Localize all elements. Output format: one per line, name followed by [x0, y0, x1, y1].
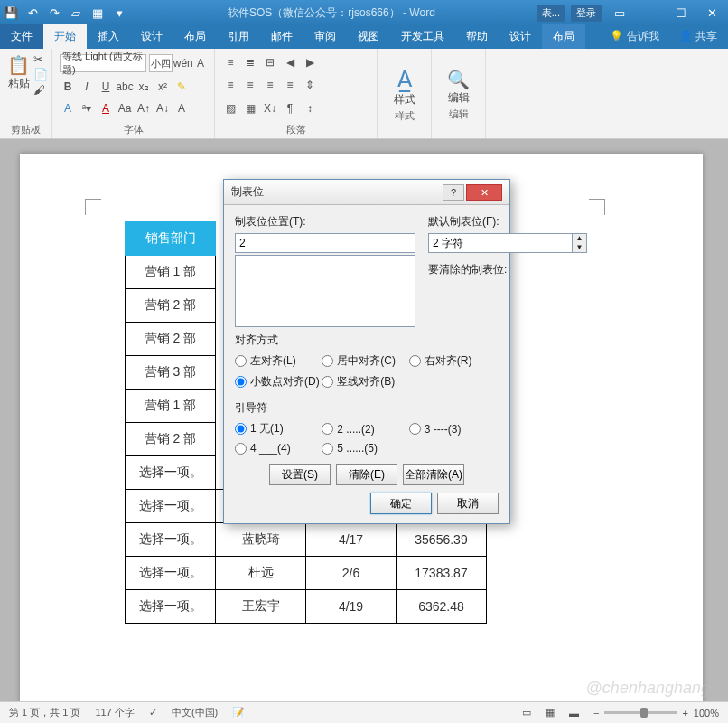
table-cell[interactable]: 营销 2 部	[126, 289, 216, 323]
asian-layout-icon[interactable]: ↕	[302, 101, 318, 116]
font-color-icon[interactable]: A	[98, 100, 114, 117]
subscript-icon[interactable]: x₂	[135, 79, 152, 95]
leader-5-radio[interactable]: 5 ......(5)	[322, 442, 408, 455]
styles-icon[interactable]: A̲	[397, 67, 412, 92]
shrink-font-icon[interactable]: A↓	[154, 100, 171, 117]
save-icon[interactable]: 💾	[4, 5, 18, 20]
ok-button[interactable]: 确定	[370, 493, 432, 514]
leader-4-radio[interactable]: 4 ___(4)	[235, 442, 322, 455]
shading-icon[interactable]: ▨	[222, 101, 238, 116]
zoom-in-icon[interactable]: +	[682, 708, 687, 718]
tell-me[interactable]: 💡 告诉我	[601, 24, 667, 49]
char-border-icon[interactable]: A	[173, 100, 190, 117]
language[interactable]: 中文(中国)	[172, 706, 218, 719]
tab-view[interactable]: 视图	[347, 24, 390, 49]
share-button[interactable]: 👤 共享	[668, 24, 728, 49]
close-icon[interactable]: ✕	[699, 6, 724, 20]
tab-design[interactable]: 设计	[130, 24, 173, 49]
view-print-icon[interactable]: ▦	[546, 707, 555, 718]
table-cell[interactable]: 营销 2 部	[126, 323, 216, 356]
table-cell[interactable]: 6362.48	[397, 590, 487, 624]
view-read-icon[interactable]: ▭	[522, 707, 531, 718]
tab-insert[interactable]: 插入	[87, 24, 130, 49]
table-cell[interactable]: 蓝晓琦	[216, 523, 306, 557]
font-name-select[interactable]: 等线 Light (西文标题)	[60, 54, 146, 72]
word-count[interactable]: 117 个字	[95, 706, 134, 719]
align-center-radio[interactable]: 居中对齐(C)	[322, 353, 408, 369]
tab-home[interactable]: 开始	[43, 24, 87, 49]
tab-developer[interactable]: 开发工具	[390, 24, 455, 49]
align-left-radio[interactable]: 左对齐(L)	[235, 353, 322, 369]
table-cell[interactable]: 选择一项。	[126, 523, 216, 557]
multilevel-icon[interactable]: ⊟	[262, 55, 278, 70]
view-web-icon[interactable]: ▬	[569, 708, 579, 718]
tab-layout[interactable]: 布局	[173, 24, 217, 49]
zoom-slider[interactable]	[604, 711, 677, 714]
line-spacing-icon[interactable]: ⇕	[302, 78, 318, 92]
qa-icon[interactable]: ▦	[90, 5, 105, 20]
align-bar-radio[interactable]: 竖线对齐(B)	[322, 374, 408, 390]
maximize-icon[interactable]: ☐	[668, 6, 694, 20]
align-decimal-radio[interactable]: 小数点对齐(D)	[235, 374, 322, 390]
table-cell[interactable]: 选择一项。	[126, 590, 216, 624]
table-cell[interactable]: 选择一项。	[126, 490, 216, 523]
help-icon[interactable]: ?	[443, 184, 464, 201]
set-button[interactable]: 设置(S)	[269, 464, 331, 485]
dialog-titlebar[interactable]: 制表位 ? ✕	[224, 180, 509, 205]
redo-icon[interactable]: ↷	[47, 5, 61, 20]
clear-button[interactable]: 清除(E)	[336, 464, 397, 485]
edit-button[interactable]: 编辑	[448, 90, 470, 106]
align-center-icon[interactable]: ≡	[242, 78, 258, 92]
highlight-icon[interactable]: ✎	[173, 79, 190, 95]
underline-icon[interactable]: U	[98, 79, 114, 95]
ribbon-options-icon[interactable]: ▭	[607, 6, 632, 20]
text-effects-icon[interactable]: A	[60, 100, 76, 117]
format-painter-icon[interactable]: 🖌	[33, 83, 48, 97]
numbering-icon[interactable]: ≣	[242, 55, 258, 70]
cut-icon[interactable]: ✂	[33, 52, 48, 66]
clear-all-button[interactable]: 全部清除(A)	[403, 464, 464, 485]
table-cell[interactable]: 4/17	[306, 523, 397, 557]
italic-icon[interactable]: I	[79, 79, 95, 95]
tab-position-list[interactable]	[235, 255, 415, 327]
font-size-select[interactable]: 小四	[149, 54, 173, 72]
tab-file[interactable]: 文件	[0, 24, 43, 49]
shrink-font-icon[interactable]: wén	[175, 55, 191, 71]
table-cell[interactable]: 营销 1 部	[126, 256, 216, 289]
leader-2-radio[interactable]: 2 .....(2)	[322, 421, 408, 437]
page-count[interactable]: 第 1 页，共 1 页	[9, 706, 80, 719]
table-cell[interactable]: 17383.87	[397, 557, 487, 590]
strikethrough-icon[interactable]: abc	[117, 79, 133, 95]
table-cell[interactable]: 选择一项。	[126, 557, 216, 590]
undo-icon[interactable]: ↶	[25, 5, 40, 20]
table-cell[interactable]: 王宏宇	[216, 590, 306, 624]
borders-icon[interactable]: ▦	[242, 101, 258, 116]
increase-indent-icon[interactable]: ▶	[302, 55, 318, 70]
tab-table-design[interactable]: 设计	[499, 24, 542, 49]
tab-position-input[interactable]	[235, 233, 415, 253]
table-cell[interactable]: 35656.39	[397, 523, 487, 557]
styles-button[interactable]: 样式	[394, 92, 415, 108]
leader-3-radio[interactable]: 3 ----(3)	[409, 421, 496, 437]
proofing-icon[interactable]: ✓	[149, 707, 157, 718]
tab-help[interactable]: 帮助	[455, 24, 499, 49]
table-header[interactable]: 销售部门	[126, 222, 216, 256]
qa-icon[interactable]: ▱	[69, 5, 83, 20]
zoom-control[interactable]: − + 100%	[593, 708, 719, 718]
justify-icon[interactable]: ≡	[282, 78, 298, 92]
close-icon[interactable]: ✕	[466, 184, 502, 201]
highlight-color-icon[interactable]: ª▾	[79, 100, 95, 117]
align-right-icon[interactable]: ≡	[262, 78, 278, 92]
table-cell[interactable]: 营销 2 部	[126, 423, 216, 456]
default-tab-input[interactable]	[428, 233, 573, 253]
table-cell[interactable]: 2/6	[306, 557, 397, 590]
tab-references[interactable]: 引用	[217, 24, 260, 49]
tab-table-layout[interactable]: 布局	[542, 24, 585, 49]
clear-format-icon[interactable]: A	[194, 55, 207, 71]
copy-icon[interactable]: 📄	[33, 68, 48, 81]
grow-font-icon[interactable]: A↑	[135, 100, 152, 117]
login-button[interactable]: 登录	[571, 5, 602, 22]
table-cell[interactable]: 选择一项。	[126, 456, 216, 490]
cancel-button[interactable]: 取消	[437, 493, 499, 514]
bullets-icon[interactable]: ≡	[222, 55, 238, 70]
